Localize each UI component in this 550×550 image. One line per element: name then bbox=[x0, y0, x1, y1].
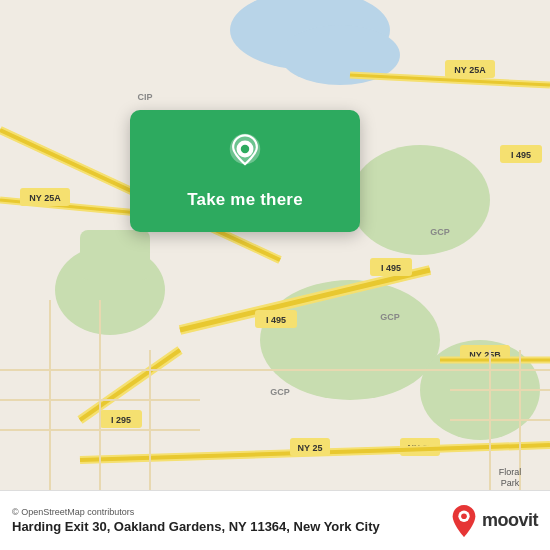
moovit-logo: moovit bbox=[450, 504, 538, 538]
svg-text:NY 25A: NY 25A bbox=[29, 193, 61, 203]
svg-text:Floral: Floral bbox=[499, 467, 522, 477]
bottom-bar: © OpenStreetMap contributors Harding Exi… bbox=[0, 490, 550, 550]
location-address: Harding Exit 30, Oakland Gardens, NY 113… bbox=[12, 519, 442, 534]
svg-text:Park: Park bbox=[501, 478, 520, 488]
map-container: NY 25A NY 25A I 495 I 495 I 295 NY 25 NY… bbox=[0, 0, 550, 490]
take-me-there-button[interactable]: Take me there bbox=[148, 186, 342, 214]
svg-text:NY 25: NY 25 bbox=[298, 443, 323, 453]
svg-point-4 bbox=[260, 280, 440, 400]
moovit-pin-icon bbox=[450, 504, 478, 538]
location-card: Take me there bbox=[130, 110, 360, 232]
bottom-left-info: © OpenStreetMap contributors Harding Exi… bbox=[12, 507, 442, 534]
location-pin-icon bbox=[223, 132, 267, 176]
svg-text:GCP: GCP bbox=[270, 387, 290, 397]
map-svg: NY 25A NY 25A I 495 I 495 I 295 NY 25 NY… bbox=[0, 0, 550, 490]
svg-point-3 bbox=[350, 145, 490, 255]
svg-rect-7 bbox=[80, 230, 150, 280]
svg-text:I 295: I 295 bbox=[111, 415, 131, 425]
svg-point-64 bbox=[461, 513, 467, 519]
osm-attribution: © OpenStreetMap contributors bbox=[12, 507, 442, 517]
svg-text:I 495: I 495 bbox=[511, 150, 531, 160]
moovit-brand-label: moovit bbox=[482, 510, 538, 531]
svg-text:NY 25A: NY 25A bbox=[454, 65, 486, 75]
svg-text:GCP: GCP bbox=[380, 312, 400, 322]
svg-text:GCP: GCP bbox=[430, 227, 450, 237]
svg-point-62 bbox=[241, 145, 249, 153]
svg-text:I 495: I 495 bbox=[266, 315, 286, 325]
svg-text:I 495: I 495 bbox=[381, 263, 401, 273]
svg-text:CIP: CIP bbox=[137, 92, 152, 102]
